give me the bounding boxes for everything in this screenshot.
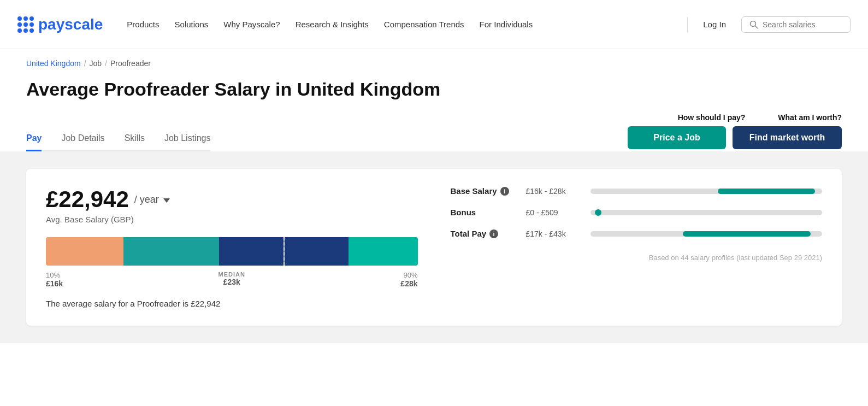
salary-period: / year: [134, 194, 170, 205]
main-header: Average Proofreader Salary in United Kin…: [0, 72, 868, 151]
navbar: payscale Products Solutions Why Payscale…: [0, 0, 868, 49]
salary-left: £22,942 / year Avg. Base Salary (GBP): [46, 186, 418, 308]
salary-value: £22,942: [46, 186, 129, 213]
total-pay-fill: [683, 231, 810, 237]
nav-products[interactable]: Products: [127, 20, 159, 29]
bar-label-90pct: 90% £28k: [385, 271, 418, 288]
bonus-range: £0 - £509: [526, 208, 581, 217]
bar-labels: 10% £16k MEDIAN £23k 90% £28k: [46, 271, 418, 288]
total-pay-bar: [591, 231, 823, 237]
bar-segment-mid-low: [123, 237, 219, 266]
base-salary-range: £16k - £28k: [526, 187, 581, 196]
stat-row-total: Total Pay i £17k - £43k: [451, 229, 823, 238]
tab-job-details[interactable]: Job Details: [61, 133, 104, 151]
tab-skills[interactable]: Skills: [125, 133, 145, 151]
salary-bar-chart: [46, 237, 418, 266]
brand-name: payscale: [38, 16, 103, 33]
salary-main: £22,942 / year Avg. Base Salary (GBP): [46, 186, 822, 308]
breadcrumb-area: United Kingdom / Job / Proofreader: [0, 49, 868, 72]
bar-segment-high: [349, 237, 418, 266]
bonus-label: Bonus: [451, 208, 516, 217]
base-salary-fill: [718, 189, 815, 194]
search-icon: [749, 20, 758, 29]
bar-label-median: MEDIAN £23k: [79, 271, 385, 288]
nav-research-insights[interactable]: Research & Insights: [296, 20, 369, 29]
tabs-cta-row: Pay Job Details Skills Job Listings How …: [26, 113, 842, 151]
cta-area: How should I pay? What am I worth? Price…: [628, 113, 842, 151]
salary-right: Base Salary i £16k - £28k Bonus £0 - £50…: [418, 186, 823, 262]
stat-row-base: Base Salary i £16k - £28k: [451, 186, 823, 196]
search-bar: [741, 16, 851, 33]
salary-card: £22,942 / year Avg. Base Salary (GBP): [26, 169, 842, 326]
salary-subtitle: Avg. Base Salary (GBP): [46, 215, 418, 224]
logo[interactable]: payscale: [17, 16, 103, 33]
bar-label-10pct: 10% £16k: [46, 271, 79, 288]
nav-why-payscale[interactable]: Why Payscale?: [223, 20, 280, 29]
stat-row-bonus: Bonus £0 - £509: [451, 208, 823, 217]
tab-job-listings[interactable]: Job Listings: [164, 133, 211, 151]
what-am-i-worth-label: What am I worth?: [778, 113, 842, 122]
total-pay-info-icon[interactable]: i: [489, 230, 498, 238]
tabs: Pay Job Details Skills Job Listings: [26, 133, 210, 151]
cta-labels: How should I pay? What am I worth?: [678, 113, 842, 122]
nav-divider: [687, 17, 688, 32]
total-pay-label: Total Pay i: [451, 229, 516, 238]
bar-chart-container: 10% £16k MEDIAN £23k 90% £28k: [46, 237, 418, 288]
base-salary-label: Base Salary i: [451, 186, 516, 196]
nav-compensation-trends[interactable]: Compensation Trends: [384, 20, 464, 29]
find-market-worth-button[interactable]: Find market worth: [733, 126, 842, 149]
based-on-note: Based on 44 salary profiles (last update…: [451, 254, 823, 262]
nav-for-individuals[interactable]: For Individuals: [480, 20, 533, 29]
bonus-bar: [591, 210, 823, 215]
salary-amount-row: £22,942 / year: [46, 186, 418, 213]
median-line: [284, 237, 285, 266]
page-title: Average Proofreader Salary in United Kin…: [26, 79, 842, 100]
content-area: £22,942 / year Avg. Base Salary (GBP): [0, 151, 868, 343]
breadcrumb-uk[interactable]: United Kingdom: [26, 59, 81, 68]
base-salary-info-icon[interactable]: i: [500, 187, 509, 196]
price-job-button[interactable]: Price a Job: [628, 126, 726, 149]
base-salary-bar: [591, 189, 823, 194]
bar-segment-low: [46, 237, 123, 266]
bar-segment-mid-high: [219, 237, 349, 266]
breadcrumb-job: Job: [90, 59, 102, 68]
tab-pay[interactable]: Pay: [26, 133, 42, 151]
breadcrumb-proofreader: Proofreader: [110, 59, 151, 68]
logo-icon: [17, 16, 34, 33]
nav-solutions[interactable]: Solutions: [175, 20, 209, 29]
total-pay-range: £17k - £43k: [526, 230, 581, 238]
breadcrumb-sep-2: /: [105, 59, 107, 68]
period-dropdown[interactable]: [161, 194, 170, 205]
bonus-dot: [595, 209, 601, 216]
avg-note: The average salary for a Proofreader is …: [46, 299, 418, 308]
breadcrumb-sep-1: /: [84, 59, 86, 68]
search-input[interactable]: [763, 20, 839, 29]
breadcrumb: United Kingdom / Job / Proofreader: [26, 59, 842, 68]
cta-buttons: Price a Job Find market worth: [628, 126, 842, 149]
login-link[interactable]: Log In: [703, 20, 726, 29]
how-should-i-pay-label: How should I pay?: [678, 113, 746, 122]
svg-line-1: [755, 26, 758, 28]
